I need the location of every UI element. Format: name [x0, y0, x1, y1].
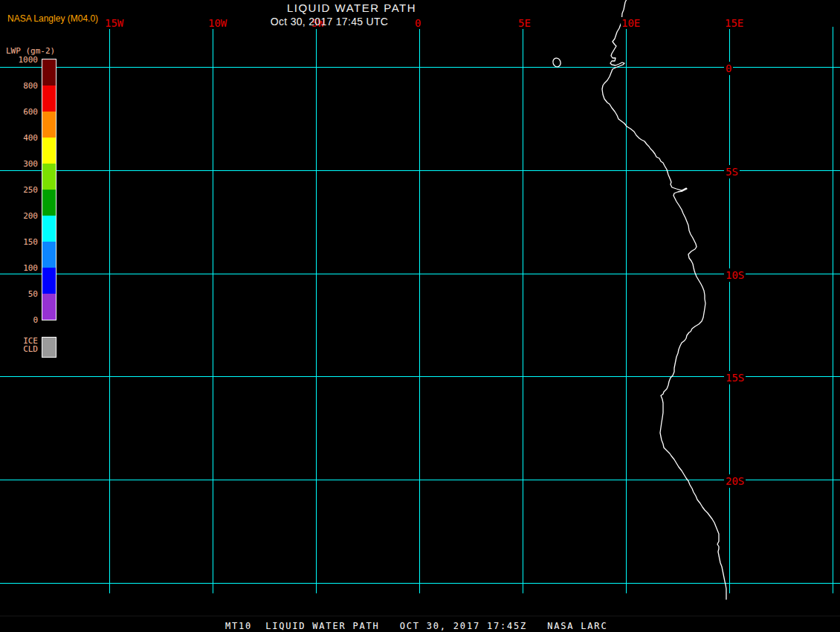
- colorbar-scale-label: 50: [0, 289, 38, 299]
- lon-tick-label: 15E: [724, 17, 744, 29]
- colorbar-segment: [42, 86, 56, 112]
- ice-cloud-label-line2: CLD: [0, 344, 38, 354]
- footer-status-text: MT10 LIQUID WATER PATH OCT 30, 2017 17:4…: [225, 621, 607, 631]
- colorbar-segment: [42, 216, 56, 242]
- lat-grid-line: [0, 376, 840, 377]
- lon-grid-line: [316, 27, 317, 593]
- colorbar-scale-label: 1000: [0, 55, 38, 65]
- colorbar-scale-label: 250: [0, 185, 38, 195]
- lon-tick-label: 0: [414, 17, 421, 29]
- colorbar-scale-label: 600: [0, 107, 38, 117]
- lon-grid-line: [109, 27, 110, 593]
- colorbar-segment: [42, 138, 56, 164]
- colorbar-segment: [42, 164, 56, 190]
- lat-tick-label: 15S: [724, 371, 746, 384]
- lon-grid-line: [523, 27, 523, 593]
- lon-tick-label: 10W: [207, 17, 227, 29]
- colorbar-scale-label: 800: [0, 81, 38, 91]
- lon-grid-line: [729, 27, 730, 593]
- lon-tick-label: 5E: [517, 17, 532, 29]
- colorbar-scale-label: 150: [0, 237, 38, 247]
- colorbar-scale-label: 100: [0, 263, 38, 273]
- lat-grid-line: [0, 480, 840, 480]
- colorbar-segment: [42, 242, 56, 268]
- lat-tick-label: 20S: [724, 474, 746, 488]
- lat-grid-line: [0, 170, 840, 171]
- satellite-product-image: NASA Langley (M04.0) LIQUID WATER PATH O…: [0, 0, 840, 632]
- colorbar-scale-label: 300: [0, 159, 38, 169]
- page-title: LIQUID WATER PATH: [287, 1, 416, 14]
- lon-grid-line: [213, 27, 213, 593]
- colorbar-segment: [42, 112, 56, 138]
- lat-tick-label: 5S: [724, 165, 740, 178]
- timestamp-label: Oct 30, 2017 17:45 UTC: [271, 16, 388, 28]
- lat-tick-label: 10S: [724, 268, 746, 282]
- colorbar-segment: [42, 268, 56, 294]
- lat-tick-label: 0: [724, 62, 733, 75]
- africa-coastline: [602, 0, 726, 599]
- lon-tick-label: 15W: [104, 17, 124, 29]
- colorbar-segment: [42, 294, 56, 320]
- lat-grid-line: [0, 67, 840, 68]
- lon-grid-line: [419, 27, 420, 593]
- colorbar-scale-label: 400: [0, 133, 38, 143]
- credit-label: NASA Langley (M04.0): [7, 13, 98, 24]
- colorbar-scale-label: 0: [0, 315, 38, 325]
- lat-grid-line: [0, 274, 840, 274]
- lon-tick-label: 10E: [621, 17, 641, 29]
- footer-divider: [0, 616, 840, 616]
- lat-grid-line: [0, 583, 840, 584]
- lon-grid-line: [626, 27, 627, 593]
- ice-cloud-swatch: [42, 337, 56, 358]
- colorbar-segment: [42, 59, 56, 86]
- lon-grid-line: [833, 27, 833, 593]
- colorbar-segment: [42, 190, 56, 216]
- coastline-map: [0, 0, 840, 632]
- colorbar-scale-label: 200: [0, 211, 38, 221]
- lwp-colorbar: [42, 59, 56, 320]
